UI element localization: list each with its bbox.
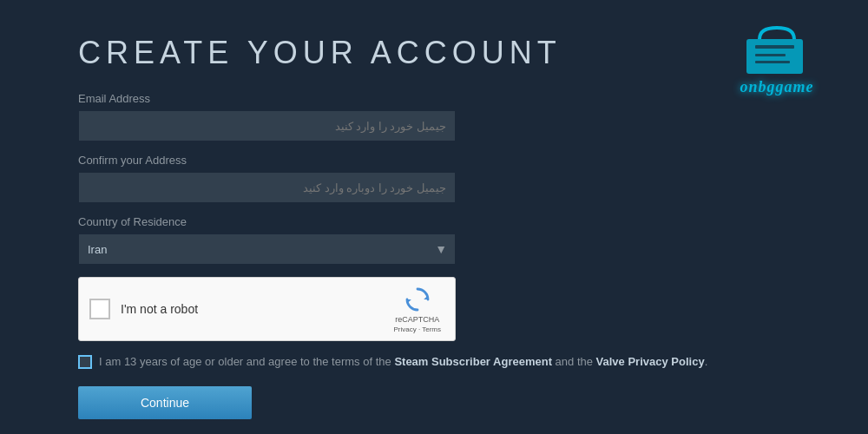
age-agreement-prefix: I am 13 years of age or older and agree … [99,355,394,368]
page-container: onbggame CREATE YOUR ACCOUNT Email Addre… [0,0,868,434]
age-agreement-text: I am 13 years of age or older and agree … [99,353,816,371]
svg-rect-3 [755,61,790,63]
email-field-group: Email Address [78,92,469,141]
continue-button[interactable]: Continue [78,386,252,419]
age-agreement-checkbox[interactable] [78,355,92,369]
terms-link[interactable]: Terms [422,326,441,333]
svg-marker-5 [407,299,411,304]
steam-subscriber-link[interactable]: Steam Subscriber Agreement [394,355,552,368]
logo-icon [738,17,816,78]
age-agreement-section: I am 13 years of age or older and agree … [78,353,816,371]
age-agreement-end: . [705,355,708,368]
svg-marker-4 [424,295,428,299]
page-title: CREATE YOUR ACCOUNT [78,35,562,71]
confirm-email-label: Confirm your Address [78,154,469,167]
valve-privacy-link[interactable]: Valve Privacy Policy [596,355,705,368]
captcha-right: reCAPTCHA Privacy · Terms [393,286,441,333]
captcha-checkbox[interactable] [89,299,110,319]
captcha-label: I'm not a robot [121,302,198,316]
captcha-left: I'm not a robot [89,299,198,319]
recaptcha-icon [404,286,431,313]
continue-button-wrapper: Continue [78,386,252,419]
email-input[interactable] [78,110,456,141]
svg-rect-1 [755,45,794,49]
country-label: Country of Residence [78,215,469,228]
country-select-wrapper: Iran United States United Kingdom German… [78,233,456,265]
recaptcha-brand-text: reCAPTCHA [395,315,439,324]
country-field-group: Country of Residence Iran United States … [78,215,469,265]
email-label: Email Address [78,92,469,105]
logo-text: onbggame [740,78,813,96]
svg-rect-2 [755,54,786,56]
confirm-email-input[interactable] [78,172,456,203]
country-select[interactable]: Iran United States United Kingdom German… [78,233,456,265]
privacy-link[interactable]: Privacy [393,326,416,333]
confirm-email-field-group: Confirm your Address [78,154,469,203]
form-section: Email Address Confirm your Address Count… [78,92,469,341]
captcha-box: I'm not a robot reCAPTCHA Privacy · Term… [78,277,456,341]
recaptcha-links: Privacy · Terms [393,326,441,333]
logo-area: onbggame [738,17,816,96]
age-agreement-and: and the [552,355,596,368]
